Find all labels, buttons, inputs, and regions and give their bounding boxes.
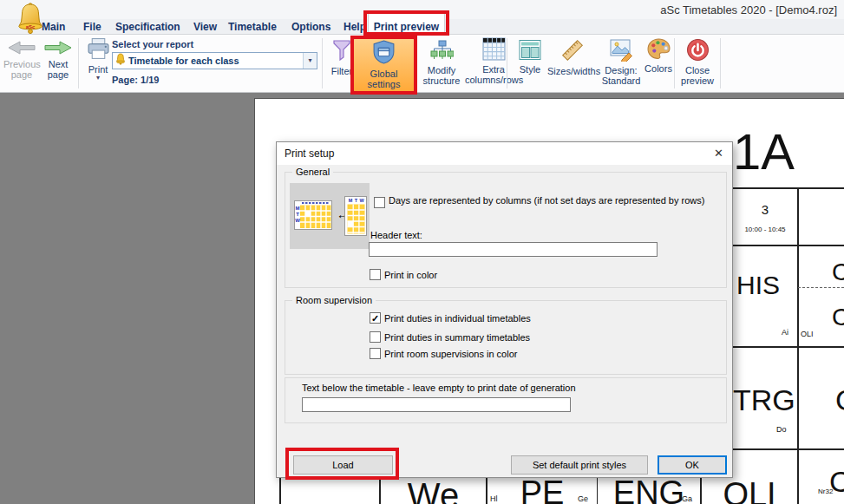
period-time: 10:00 - 10:45	[733, 226, 797, 233]
header-text-input[interactable]	[369, 242, 658, 257]
partial-subject: C	[832, 260, 844, 285]
lesson-teacher: Ai	[782, 329, 788, 337]
days-as-columns-label: Days are represented by columns (if not …	[389, 195, 736, 206]
palette-icon	[642, 38, 675, 62]
lesson-subject: OLI	[702, 478, 797, 504]
arrow-right-icon	[42, 40, 75, 57]
svg-text:W: W	[295, 218, 300, 223]
lesson-subject: TRG	[733, 385, 795, 415]
orientation-icon-panel: M T W ↔ M T W	[290, 183, 370, 249]
lesson-teacher: Hl	[490, 495, 498, 503]
shield-icon	[354, 40, 414, 67]
class-title: 1A	[733, 127, 795, 177]
previous-page-button[interactable]: Previous page	[3, 40, 40, 80]
style-window-icon	[514, 39, 546, 62]
supervisions-color-checkbox[interactable]	[370, 348, 381, 359]
menu-view[interactable]: View	[193, 19, 217, 35]
filter-button[interactable]: Filter	[327, 39, 357, 76]
dropdown-arrow-icon[interactable]: ▾	[82, 75, 114, 82]
lesson-teacher: OLI	[801, 331, 814, 338]
close-preview-button[interactable]: Close preview	[677, 38, 717, 86]
app-window: aSc Timetables 2020 - [Demo4.roz] Main F…	[0, 0, 844, 504]
ribbon-separator	[322, 38, 323, 88]
grid-line	[733, 187, 844, 189]
grid-line-dashed	[798, 287, 844, 288]
svg-text:W: W	[359, 198, 364, 203]
ribbon-separator	[78, 38, 79, 88]
app-logo-bell-icon[interactable]: aSc	[14, 2, 47, 38]
ruler-icon	[547, 38, 598, 64]
menu-help[interactable]: Help	[343, 19, 366, 35]
power-icon	[677, 38, 717, 63]
partial-subject: C	[832, 305, 844, 330]
printer-icon	[82, 37, 114, 62]
duties-summary-checkbox[interactable]	[370, 331, 381, 343]
print-button[interactable]: Print ▾	[82, 37, 114, 82]
svg-text:M: M	[349, 198, 353, 203]
tab-print-preview[interactable]: Print preview	[368, 19, 445, 35]
duties-individual-checkbox[interactable]: ✓	[370, 312, 381, 324]
menu-file[interactable]: File	[83, 19, 101, 35]
close-icon[interactable]: ✕	[714, 147, 723, 160]
print-in-color-checkbox[interactable]	[370, 269, 381, 280]
page-indicator: Page: 1/19	[112, 75, 159, 85]
ribbon-separator	[674, 38, 675, 88]
room-supervision-legend: Room supervision	[292, 295, 376, 305]
ok-button[interactable]: OK	[658, 455, 727, 475]
colors-button[interactable]: Colors	[642, 38, 675, 74]
global-settings-button[interactable]: Global settings	[353, 37, 415, 93]
svg-text:T: T	[296, 212, 299, 217]
duties-individual-label: Print duties in individual timetables	[384, 313, 531, 324]
timetable-columns-icon: M T W	[344, 196, 367, 239]
menu-timetable[interactable]: Timetable	[228, 19, 277, 35]
grid-line	[733, 346, 844, 348]
arrow-left-icon	[3, 40, 40, 57]
duties-summary-label: Print duties in summary timetables	[384, 332, 530, 344]
hierarchy-icon	[416, 39, 467, 63]
svg-text:M: M	[296, 206, 300, 211]
filter-funnel-icon	[327, 39, 357, 64]
lesson-room: Nr32	[818, 488, 833, 495]
partial-subject: C	[835, 385, 844, 415]
lesson-subject: HIS	[736, 272, 780, 298]
combobox-dropdown-button[interactable]: ▾	[303, 53, 317, 69]
timetable-rows-icon: M T W	[294, 200, 332, 233]
days-as-columns-checkbox[interactable]	[374, 197, 385, 208]
report-caption: Select your report	[112, 39, 193, 49]
lesson-teacher: Ge	[578, 495, 588, 503]
next-page-button[interactable]: Next page	[42, 40, 75, 80]
grid-line	[733, 245, 844, 246]
general-group-legend: General	[292, 167, 333, 177]
menu-options[interactable]: Options	[291, 19, 330, 35]
report-combobox[interactable]: Timetable for each class ▾	[112, 52, 317, 69]
style-button[interactable]: Style	[514, 39, 546, 75]
bell-icon	[115, 53, 126, 69]
window-title: aSc Timetables 2020 - [Demo4.roz]	[660, 3, 837, 16]
period-number: 3	[733, 203, 797, 216]
svg-text:aSc: aSc	[26, 24, 36, 29]
print-in-color-label: Print in color	[384, 270, 437, 281]
report-combobox-value: Timetable for each class	[126, 56, 303, 66]
lesson-teacher: Ga	[682, 495, 692, 503]
ribbon-separator	[720, 38, 721, 88]
supervisions-color-label: Print room supervisions in color	[384, 349, 517, 360]
ribbon-separator	[507, 38, 507, 88]
load-button[interactable]: Load	[293, 455, 393, 475]
grid-line	[797, 187, 799, 504]
footer-text-input[interactable]	[302, 397, 571, 412]
header-text-label: Header text:	[370, 230, 422, 241]
menu-specification[interactable]: Specification	[115, 19, 180, 35]
lesson-subject: We	[381, 478, 486, 504]
sizes-widths-button[interactable]: Sizes/widths	[547, 38, 598, 76]
set-default-print-styles-button[interactable]: Set default print styles	[511, 455, 648, 475]
dialog-title: Print setup	[277, 142, 732, 165]
grid-line	[733, 448, 844, 450]
lesson-teacher: Do	[776, 426, 787, 434]
footer-text-label: Text below the timetable - leave empty t…	[302, 383, 576, 394]
design-standard-button[interactable]: Design: Standard	[599, 38, 644, 86]
picture-pencil-icon	[599, 38, 644, 63]
print-setup-dialog: Print setup ✕ General M T W ↔	[276, 141, 733, 478]
modify-structure-button[interactable]: Modify structure	[416, 39, 467, 86]
